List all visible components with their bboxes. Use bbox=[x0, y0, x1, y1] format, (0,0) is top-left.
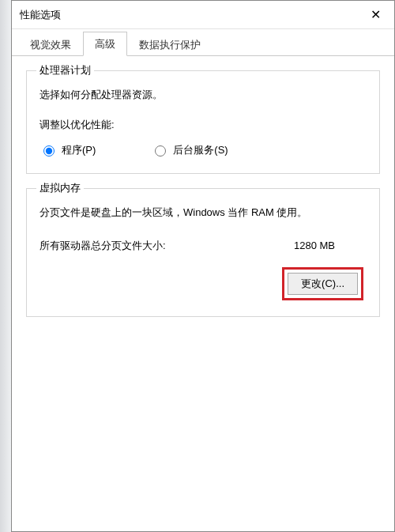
tab-visual-effects[interactable]: 视觉效果 bbox=[18, 32, 83, 56]
close-button[interactable]: ✕ bbox=[363, 4, 388, 26]
group-virtual-memory: 虚拟内存 分页文件是硬盘上的一块区域，Windows 当作 RAM 使用。 所有… bbox=[26, 188, 380, 317]
performance-options-window: 性能选项 ✕ 视觉效果 高级 数据执行保护 处理器计划 选择如何分配处理器资源。… bbox=[11, 0, 395, 532]
cpu-desc: 选择如何分配处理器资源。 bbox=[40, 87, 367, 104]
group-title-vm: 虚拟内存 bbox=[36, 181, 84, 195]
group-cpu-scheduling: 处理器计划 选择如何分配处理器资源。 调整以优化性能: 程序(P) 后台服务(S… bbox=[26, 70, 380, 174]
group-title-cpu: 处理器计划 bbox=[36, 63, 94, 77]
cpu-radio-row: 程序(P) 后台服务(S) bbox=[40, 143, 367, 157]
tab-advanced[interactable]: 高级 bbox=[83, 32, 127, 56]
window-title: 性能选项 bbox=[20, 8, 61, 22]
vm-desc: 分页文件是硬盘上的一块区域，Windows 当作 RAM 使用。 bbox=[40, 205, 367, 221]
vm-total-label: 所有驱动器总分页文件大小: bbox=[40, 239, 166, 253]
change-button[interactable]: 更改(C)... bbox=[288, 273, 358, 295]
vm-total-row: 所有驱动器总分页文件大小: 1280 MB bbox=[40, 239, 367, 253]
titlebar: 性能选项 ✕ bbox=[12, 1, 394, 29]
vm-total-value: 1280 MB bbox=[294, 240, 335, 251]
tab-dep[interactable]: 数据执行保护 bbox=[127, 32, 213, 56]
backdrop-left bbox=[0, 0, 11, 532]
vm-change-wrap: 更改(C)... bbox=[40, 267, 367, 300]
close-icon: ✕ bbox=[371, 7, 381, 22]
tab-content-advanced: 处理器计划 选择如何分配处理器资源。 调整以优化性能: 程序(P) 后台服务(S… bbox=[12, 56, 394, 531]
tab-strip: 视觉效果 高级 数据执行保护 bbox=[12, 29, 394, 56]
radio-background-input[interactable] bbox=[155, 145, 166, 157]
radio-background[interactable]: 后台服务(S) bbox=[151, 143, 228, 157]
radio-programs-label: 程序(P) bbox=[62, 143, 96, 157]
radio-programs-input[interactable] bbox=[43, 145, 55, 157]
radio-programs[interactable]: 程序(P) bbox=[40, 143, 96, 157]
annotation-highlight: 更改(C)... bbox=[282, 267, 363, 300]
radio-background-label: 后台服务(S) bbox=[173, 143, 228, 157]
cpu-subhead: 调整以优化性能: bbox=[40, 118, 367, 132]
